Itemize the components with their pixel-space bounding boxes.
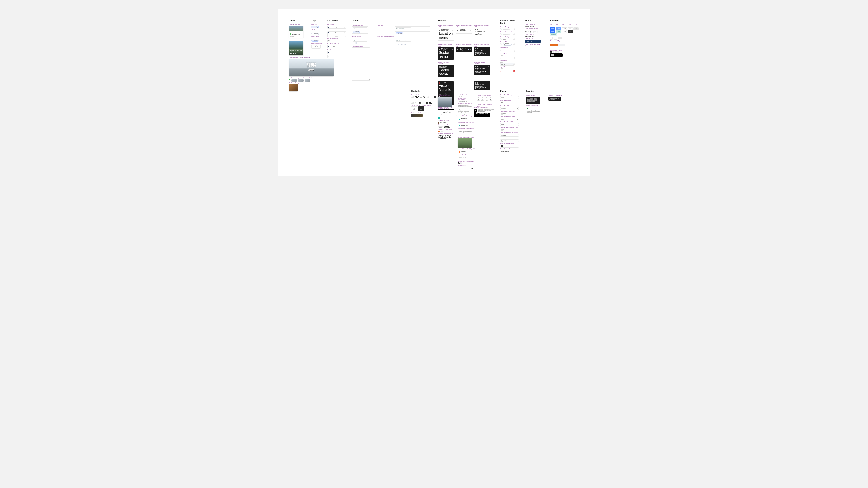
header-cond-select-mapsplit[interactable]: Guidebook Title - Multiple Lines× [456, 28, 472, 34]
form-dropdown-filled[interactable]: Label [500, 123, 519, 126]
radio-empty[interactable] [420, 96, 422, 98]
checkbox-checked[interactable] [426, 102, 428, 104]
panel-chip-selected[interactable]: Anything [352, 31, 360, 33]
header-exp-piste[interactable]: × Adventure Title – Multiple Lines Maxim… [474, 81, 490, 90]
ftu-tile[interactable]: This is a title [525, 40, 541, 43]
close-icon[interactable]: × [452, 66, 453, 68]
panel-search[interactable]: Try "Chamonix"× [396, 27, 411, 30]
switch-off[interactable] [411, 96, 414, 98]
chevron-down-icon[interactable] [516, 134, 518, 136]
form-checkbox-filled[interactable]: Label [500, 145, 519, 148]
info-thumb[interactable] [305, 79, 310, 82]
app-store-badge[interactable] [550, 53, 563, 57]
clear-icon[interactable] [513, 43, 514, 45]
dark-button[interactable]: Label [567, 30, 573, 33]
panel-chip[interactable] [352, 42, 355, 44]
map-icon[interactable] [468, 30, 468, 31]
clear-icon[interactable]: × [405, 40, 406, 41]
form-dropdown-empty[interactable]: Label [500, 118, 519, 121]
switch-on[interactable] [415, 96, 418, 98]
image-gallery[interactable] [438, 97, 452, 107]
header-cond-adventure[interactable]: Adventure Title - Multiple Lines× Sector… [438, 65, 454, 77]
clear-icon[interactable] [513, 39, 514, 40]
checkbox-empty[interactable] [430, 96, 432, 98]
tag-edit-box[interactable]: Anything Tap to edit [311, 44, 320, 48]
checkbox-icon-checked[interactable] [501, 145, 503, 147]
radio-selected[interactable] [419, 102, 421, 104]
search-field-filled[interactable]: Chamonix, France [500, 43, 515, 45]
hero-cta-button[interactable]: ▸ Explore [308, 69, 314, 71]
input-typing[interactable]: Value [500, 57, 515, 59]
notification-card[interactable]: ⓘ This is a title A perspiciatis from 36… [438, 109, 457, 116]
clear-icon[interactable]: × [355, 40, 356, 41]
close-icon[interactable]: × [452, 49, 453, 50]
image-card[interactable] [289, 84, 298, 92]
itinerary-pill[interactable]: Subtitle [438, 126, 443, 128]
accent-button[interactable]: Label [556, 30, 561, 33]
form-field-empty-icon[interactable]: Label [500, 107, 519, 110]
chevron-down-icon[interactable] [516, 113, 518, 115]
primary-button[interactable]: Label [550, 30, 555, 33]
close-icon[interactable]: × [452, 82, 453, 84]
list-item-pin[interactable] [327, 51, 331, 54]
price-pill[interactable]: + BUY THIS$78mth [550, 44, 565, 46]
header-cond-guidebook-select[interactable]: Guidebook Title - Multiple Lines× Locati… [438, 28, 454, 41]
checkbox-checked[interactable] [434, 96, 436, 98]
ghost-button[interactable]: Label [567, 27, 573, 30]
close-icon[interactable]: × [488, 82, 489, 84]
primary-button[interactable]: Label [550, 27, 555, 30]
clear-icon[interactable] [513, 64, 514, 65]
list-item-search[interactable] [327, 45, 345, 48]
close-icon[interactable]: × [488, 66, 489, 67]
panel-chip[interactable] [356, 42, 359, 44]
chip-a[interactable]: A [550, 51, 552, 53]
chevron-down-icon[interactable] [516, 129, 518, 131]
clear-icon[interactable] [513, 34, 514, 35]
switch-on[interactable] [429, 102, 432, 104]
form-field-filled-icon[interactable]: Filled [500, 112, 519, 115]
close-icon[interactable]: × [470, 30, 471, 31]
input-empty[interactable] [500, 50, 515, 53]
search-field-active[interactable]: Try "Chamonix" [500, 33, 515, 35]
header-exp-adventure[interactable]: × Adventure Title – Multiple Lines Maxim… [474, 65, 490, 75]
header-cond-adventure-select[interactable]: Adventure Title - Multiple Lines× Sector… [438, 47, 454, 60]
hero-guidebook-card[interactable]: ULTIMATE GUIDE STEEP SKIING ▸ Explore [289, 59, 334, 76]
close-icon[interactable]: × [488, 48, 489, 50]
switch-off[interactable] [411, 102, 414, 104]
icon-button-ghost[interactable] [550, 37, 553, 39]
chevron-down-icon[interactable] [516, 102, 518, 104]
waypoint-picture-gallery[interactable] [458, 138, 472, 148]
form-checkbox-empty[interactable]: Label [500, 139, 519, 142]
list-search-input[interactable] [332, 46, 344, 47]
checkbox-icon[interactable] [501, 140, 503, 142]
clear-icon[interactable]: × [405, 28, 406, 29]
activity-card[interactable]: Adventure Title Subtitle [289, 26, 303, 38]
checkbox-empty[interactable] [422, 102, 424, 104]
chevron-down-icon[interactable] [516, 124, 518, 125]
panel-search[interactable]: Try "Chamonix"× [396, 39, 411, 41]
chevron-down-icon[interactable] [516, 97, 518, 98]
icon-button-ghost[interactable] [554, 37, 557, 39]
tag-add-icon[interactable]: ＋ [320, 26, 322, 28]
form-dropdown-filled-icon[interactable]: Label [500, 134, 519, 137]
input-error[interactable]: Input text [500, 70, 515, 72]
panel-search[interactable]: × [352, 27, 367, 30]
panel-chip[interactable] [396, 44, 399, 45]
clear-icon[interactable]: × [355, 28, 356, 29]
chip-d[interactable]: D [557, 51, 559, 53]
form-field-empty[interactable]: Label [500, 96, 519, 99]
map-icon[interactable] [468, 49, 469, 50]
outline-accent-button[interactable]: Download [550, 33, 557, 36]
close-icon[interactable]: × [470, 49, 471, 50]
chevron-down-icon[interactable] [516, 107, 518, 109]
input-filled[interactable]: Input text [500, 63, 515, 66]
waypoint-end[interactable]: Destination [458, 150, 474, 153]
header-exp-adventure-select[interactable]: × Adventure Title – Multiple Lines Maxim… [474, 47, 490, 57]
panel-search[interactable]: × [352, 39, 367, 41]
close-icon[interactable]: × [452, 30, 453, 31]
ghost-button[interactable]: Label [562, 27, 567, 30]
waypoint-mid[interactable]: Waypoint Title [458, 124, 474, 127]
form-dropdown-empty-icon[interactable]: Label [500, 129, 519, 131]
radio-empty[interactable] [415, 102, 417, 104]
header-exp-guidebook-select[interactable]: × Guidebook Title – Multiple Lines No Tr… [474, 28, 490, 37]
